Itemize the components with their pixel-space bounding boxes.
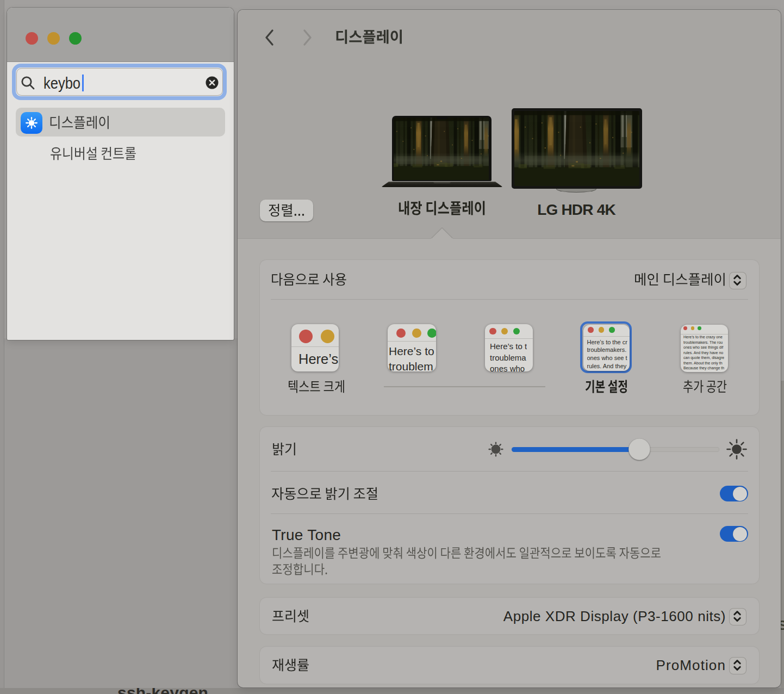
svg-text:keybo: keybo bbox=[43, 74, 80, 92]
